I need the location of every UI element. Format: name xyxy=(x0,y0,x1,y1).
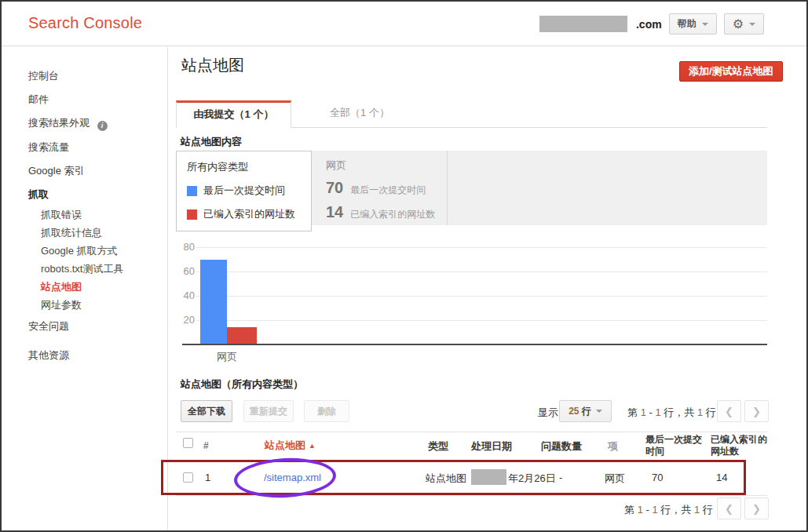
redacted-year xyxy=(471,469,506,485)
y-axis-tick: 20 xyxy=(176,314,195,326)
redacted-domain xyxy=(539,16,627,32)
legend-row: 最后一次提交时间 xyxy=(187,184,311,198)
chevron-right-icon: ❯ xyxy=(752,406,761,417)
chevron-left-icon: ❮ xyxy=(725,406,733,417)
stats-cell-web[interactable]: 网页 70 最后一次提交时间 14 已编入索引的网址数 xyxy=(312,151,448,225)
sidebar-item-messages[interactable]: 邮件 xyxy=(2,88,167,111)
sidebar-item-security-issues[interactable]: 安全问题 xyxy=(2,315,167,338)
chevron-left-icon: ❮ xyxy=(725,503,733,515)
select-all-checkbox[interactable] xyxy=(183,438,193,448)
x-axis-category-label: 网页 xyxy=(210,350,244,364)
row-submitted-count: 70 xyxy=(652,472,663,483)
table-top-border xyxy=(176,432,767,432)
sidebar-item-search-appearance[interactable]: 搜索结果外观 i xyxy=(2,111,167,136)
sidebar-item-fetch-as-google[interactable]: Google 抓取方式 xyxy=(2,242,167,261)
show-rows-label: 显示 xyxy=(538,406,558,420)
chevron-down-icon xyxy=(702,23,708,26)
gridline xyxy=(196,320,767,321)
tab-all[interactable]: 全部（1 个） xyxy=(322,106,397,120)
resubmit-button[interactable]: 重新提交 xyxy=(243,400,294,422)
stats-panel: 网页 70 最后一次提交时间 14 已编入索引的网址数 xyxy=(312,151,767,225)
stats-cell-title: 网页 xyxy=(326,159,447,173)
pagination-range-bottom: 第 1 - 1 行，共 1 行 xyxy=(624,503,713,517)
gear-icon: ⚙ xyxy=(733,18,744,31)
download-all-button[interactable]: 全部下载 xyxy=(181,400,232,422)
chevron-down-icon xyxy=(749,23,755,26)
row-checkbox[interactable] xyxy=(183,472,193,483)
column-header-items: 项 xyxy=(608,440,618,452)
delete-button[interactable]: 删除 xyxy=(304,400,349,422)
sidebar-item-other-resources[interactable]: 其他资源 xyxy=(2,344,167,367)
gridline xyxy=(196,296,767,297)
sidebar-item-robots-tester[interactable]: robots.txt测试工具 xyxy=(2,261,167,279)
selector-title: 所有内容类型 xyxy=(187,160,311,174)
sidebar-item-url-parameters[interactable]: 网址参数 xyxy=(2,297,167,315)
prev-page-button-bottom[interactable]: ❮ xyxy=(717,497,741,519)
sidebar-item-search-traffic[interactable]: 搜索流量 xyxy=(2,136,167,159)
sidebar-item-google-index[interactable]: Google 索引 xyxy=(2,159,167,183)
page-title: 站点地图 xyxy=(181,55,244,76)
sidebar-item-dashboard[interactable]: 控制台 xyxy=(2,64,167,88)
column-header-label: 站点地图 xyxy=(265,439,305,451)
next-page-button[interactable]: ❯ xyxy=(744,400,769,422)
help-button[interactable]: 帮助 xyxy=(669,13,717,35)
bar-indexed xyxy=(227,327,257,344)
x-axis-line xyxy=(182,344,767,345)
legend-label-submitted: 最后一次提交时间 xyxy=(203,184,285,198)
stat-submitted-value: 70 xyxy=(326,179,343,197)
chevron-right-icon: ❯ xyxy=(752,503,761,515)
app-header: Search Console .com 帮助 ⚙ xyxy=(2,2,806,46)
column-header-issues: 问题数量 xyxy=(541,440,582,452)
row-date: 年2月26日 xyxy=(508,472,556,486)
row-type: 站点地图 xyxy=(426,472,466,486)
row-bottom-border xyxy=(176,495,767,496)
column-header-type: 类型 xyxy=(428,440,448,452)
sort-ascending-icon: ▲ xyxy=(309,442,316,450)
add-test-sitemap-button[interactable]: 添加/测试站点地图 xyxy=(679,61,783,82)
stat-row: 70 最后一次提交时间 xyxy=(326,179,447,197)
bar-submitted xyxy=(200,260,227,345)
sidebar-item-crawl-errors[interactable]: 抓取错误 xyxy=(2,206,167,224)
stat-submitted-label: 最后一次提交时间 xyxy=(350,184,426,197)
legend-swatch-indexed xyxy=(187,210,197,220)
stat-row: 14 已编入索引的网址数 xyxy=(326,203,447,221)
row-issues: - xyxy=(559,472,562,483)
prev-page-button[interactable]: ❮ xyxy=(717,400,741,422)
rows-per-page-dropdown[interactable]: 25 行 xyxy=(559,400,612,422)
legend-row: 已编入索引的网址数 xyxy=(187,207,311,221)
header-right-cluster: .com 帮助 ⚙ xyxy=(539,13,764,35)
stat-indexed-value: 14 xyxy=(326,203,343,221)
content-type-selector-card[interactable]: 所有内容类型 最后一次提交时间 已编入索引的网址数 xyxy=(176,151,312,231)
chevron-down-icon xyxy=(596,410,602,413)
legend-swatch-submitted xyxy=(187,186,197,196)
pagination-range-top: 第 1 - 1 行，共 1 行 xyxy=(627,406,716,420)
app-logo: Search Console xyxy=(28,14,142,32)
sitemap-content-heading: 站点地图内容 xyxy=(181,135,242,149)
help-button-label: 帮助 xyxy=(678,17,696,31)
sidebar-item-crawl-stats[interactable]: 抓取统计信息 xyxy=(2,224,167,242)
rows-count-value: 25 行 xyxy=(569,405,591,418)
tab-submitted-by-me[interactable]: 由我提交（1 个） xyxy=(176,100,291,128)
column-header-submitted: 最后一次提交时间 xyxy=(645,434,710,457)
settings-button[interactable]: ⚙ xyxy=(724,13,764,35)
gridline xyxy=(196,271,767,272)
y-axis-tick: 80 xyxy=(176,241,195,253)
domain-suffix: .com xyxy=(636,18,662,31)
sitemap-link[interactable]: /sitemap.xml xyxy=(264,472,321,483)
column-header-sitemap[interactable]: 站点地图▲ xyxy=(265,439,316,452)
next-page-button-bottom[interactable]: ❯ xyxy=(744,497,769,519)
sidebar-item-crawl[interactable]: 抓取 xyxy=(2,183,167,206)
sidebar-item-sitemaps-selected[interactable]: 站点地图 xyxy=(2,279,167,297)
column-header-indexed: 已编入索引的网址数 xyxy=(711,434,773,457)
row-index: 1 xyxy=(205,472,210,483)
legend-label-indexed: 已编入索引的网址数 xyxy=(203,207,295,221)
stat-indexed-label: 已编入索引的网址数 xyxy=(350,208,435,221)
info-icon[interactable]: i xyxy=(97,121,108,131)
y-axis-tick: 60 xyxy=(176,265,195,277)
y-axis-tick: 40 xyxy=(176,290,195,301)
sidebar-item-label: 搜索结果外观 xyxy=(28,117,90,129)
gridline xyxy=(196,247,767,248)
row-items: 网页 xyxy=(605,472,625,486)
column-header-index: # xyxy=(203,440,209,452)
column-header-date: 处理日期 xyxy=(471,440,512,452)
